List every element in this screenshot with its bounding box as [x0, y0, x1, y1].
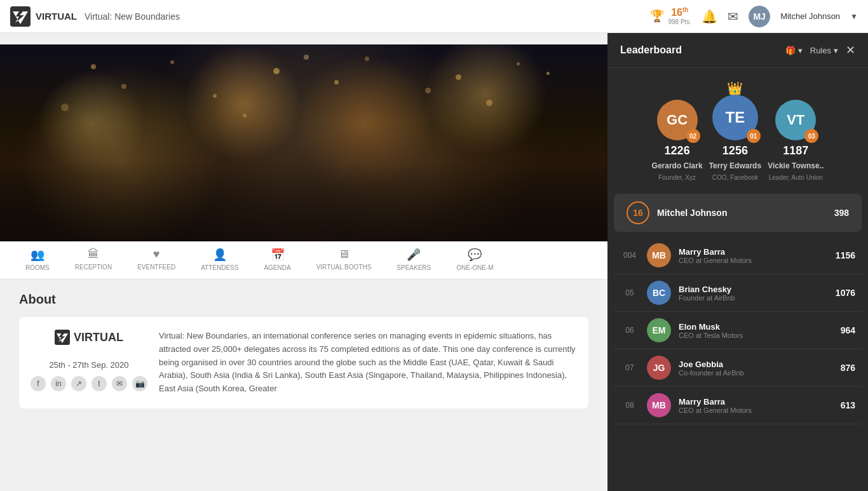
first-name: Terry Edwards	[709, 161, 761, 170]
gift-icon: 🎁	[785, 46, 796, 55]
tab-one-one[interactable]: 💬 ONE-ONE-M	[444, 241, 506, 279]
tab-agenda-label: AGENDA	[264, 264, 290, 271]
agenda-icon: 📅	[271, 248, 285, 262]
header: VIRTUAL Virtual: New Boundaries 🏆 16th 9…	[0, 0, 868, 33]
facebook-icon[interactable]: f	[31, 376, 46, 391]
tab-eventfeed-label: EVENTFEED	[137, 264, 175, 271]
list-item: 07 JG Joe Gebbia Co-founder at AirBnb 87…	[614, 349, 862, 387]
lb-info-8: Marry Barra CEO at General Motors	[679, 397, 833, 414]
tab-virtual-booths[interactable]: 🖥 VIRTUAL BOOTHS	[304, 241, 384, 279]
lb-name-4: Marry Barra	[679, 247, 828, 257]
tab-speakers-label: SPEAKERS	[397, 264, 431, 271]
user-name: Mitchel Johnson	[780, 11, 840, 21]
logo: VIRTUAL	[10, 6, 77, 27]
crowd-dots	[0, 44, 607, 241]
virtual-booths-icon: 🖥	[338, 248, 349, 261]
lb-title-8: CEO at General Motors	[679, 407, 833, 414]
gift-arrow: ▾	[798, 46, 803, 55]
tab-attendees[interactable]: 👤 ATTENDESS	[188, 241, 251, 279]
lb-title-5: Founder at AirBnb	[679, 294, 828, 302]
hero-image	[0, 44, 607, 241]
leaderboard-list: 004 MB Marry Barra CEO at General Motors…	[607, 237, 868, 491]
second-name: Gerardo Clark	[652, 161, 703, 170]
first-score: 1256	[722, 144, 748, 158]
rules-label: Rules	[810, 46, 831, 55]
speakers-icon: 🎤	[407, 248, 421, 262]
tab-reception-label: RECEPTION	[75, 264, 112, 271]
lb-score-8: 613	[841, 400, 855, 410]
user-dropdown-arrow[interactable]: ▼	[850, 12, 858, 21]
third-name: Vickie Townse..	[768, 161, 824, 170]
about-section: About VIRTUAL 25th - 27th Sep. 2020 f in	[0, 279, 607, 421]
gift-button[interactable]: 🎁 ▾	[785, 46, 803, 55]
rank-section: 🏆 16th 998 Pts.	[650, 7, 691, 25]
podium-section: GC 02 1226 Gerardo Clark Founder, Xyz 👑 …	[607, 68, 868, 194]
reception-icon: 🏛	[88, 248, 99, 261]
second-score: 1226	[665, 144, 690, 158]
header-right: 🏆 16th 998 Pts. 🔔 ✉ MJ Mitchel Johnson ▼	[650, 6, 858, 27]
attendees-icon: 👤	[213, 248, 227, 262]
lb-info-5: Brian Chesky Founder at AirBnb	[679, 285, 828, 302]
tab-reception[interactable]: 🏛 RECEPTION	[62, 241, 125, 279]
lb-rank-7: 07	[620, 363, 639, 372]
send-button[interactable]: ✉	[728, 9, 738, 24]
rank-number: 16th	[671, 7, 688, 18]
list-item: 06 EM Elon Musk CEO at Tesla Motors 964	[614, 312, 862, 349]
camera-icon[interactable]: 📷	[132, 376, 147, 391]
tab-rooms-label: ROOMS	[25, 264, 50, 271]
third-score: 1187	[783, 144, 808, 158]
podium-second-avatar: GC 02	[657, 100, 698, 140]
list-item: 08 MB Marry Barra CEO at General Motors …	[614, 387, 862, 424]
leaderboard-close-button[interactable]: ✕	[846, 43, 855, 57]
rules-button[interactable]: Rules ▾	[810, 46, 838, 55]
about-title: About	[19, 292, 588, 307]
lb-rank-4: 004	[620, 251, 639, 260]
third-rank-badge: 03	[804, 129, 818, 143]
trophy-icon: 🏆	[650, 9, 664, 23]
notification-button[interactable]: 🔔	[702, 9, 717, 24]
tab-rooms[interactable]: 👥 ROOMS	[13, 241, 62, 279]
third-role: Leader, Auto Union	[769, 174, 823, 181]
about-card: VIRTUAL 25th - 27th Sep. 2020 f in ↗ t ✉…	[19, 317, 588, 408]
lb-name-5: Brian Chesky	[679, 285, 828, 294]
tab-eventfeed[interactable]: ♥ EVENTFEED	[125, 241, 188, 279]
lb-title-7: Co-founder at AirBnb	[679, 369, 833, 377]
current-user-row: 16 Mitchel Johnson 398	[614, 194, 862, 232]
rooms-icon: 👥	[31, 248, 44, 262]
about-logo-text: VIRTUAL	[74, 331, 123, 344]
nav-tabs: 👥 ROOMS 🏛 RECEPTION ♥ EVENTFEED 👤 ATTEND…	[0, 241, 607, 279]
lb-score-4: 1156	[836, 250, 855, 260]
one-one-icon: 💬	[468, 248, 482, 262]
first-rank-badge: 01	[747, 129, 761, 143]
lb-info-6: Elon Musk CEO at Tesla Motors	[679, 322, 833, 339]
crown-icon: 👑	[727, 81, 743, 96]
left-panel: 👥 ROOMS 🏛 RECEPTION ♥ EVENTFEED 👤 ATTEND…	[0, 33, 607, 491]
twitter-icon[interactable]: t	[92, 376, 107, 391]
lb-name-8: Marry Barra	[679, 397, 833, 407]
tab-one-one-label: ONE-ONE-M	[456, 264, 493, 271]
rules-arrow: ▾	[834, 46, 838, 55]
list-item: 05 BC Brian Chesky Founder at AirBnb 107…	[614, 274, 862, 312]
lb-avatar-8: MB	[647, 393, 671, 417]
tab-agenda[interactable]: 📅 AGENDA	[251, 241, 303, 279]
lb-title-4: CEO at General Motors	[679, 257, 828, 264]
current-user-score: 398	[834, 208, 849, 218]
lb-rank-6: 06	[620, 326, 639, 335]
list-item: 004 MB Marry Barra CEO at General Motors…	[614, 237, 862, 274]
tab-virtual-booths-label: VIRTUAL BOOTHS	[316, 264, 372, 271]
podium-second: GC 02 1226 Gerardo Clark Founder, Xyz	[652, 100, 703, 181]
podium-third: VT 03 1187 Vickie Townse.. Leader, Auto …	[768, 100, 824, 181]
tab-speakers[interactable]: 🎤 SPEAKERS	[384, 241, 444, 279]
lb-score-6: 964	[841, 325, 855, 335]
linkedin-icon[interactable]: in	[51, 376, 66, 391]
podium-first-avatar: TE 01	[712, 95, 758, 140]
mail-icon[interactable]: ✉	[112, 376, 127, 391]
current-user-name: Mitchel Johnson	[657, 208, 827, 218]
share-icon[interactable]: ↗	[71, 376, 86, 391]
about-text: Virtual: New Boundaries, an internationa…	[159, 330, 576, 396]
lb-score-5: 1076	[836, 288, 855, 298]
lb-rank-8: 08	[620, 401, 639, 410]
current-user-rank: 16	[627, 201, 649, 224]
lb-info-4: Marry Barra CEO at General Motors	[679, 247, 828, 264]
lb-name-6: Elon Musk	[679, 322, 833, 332]
